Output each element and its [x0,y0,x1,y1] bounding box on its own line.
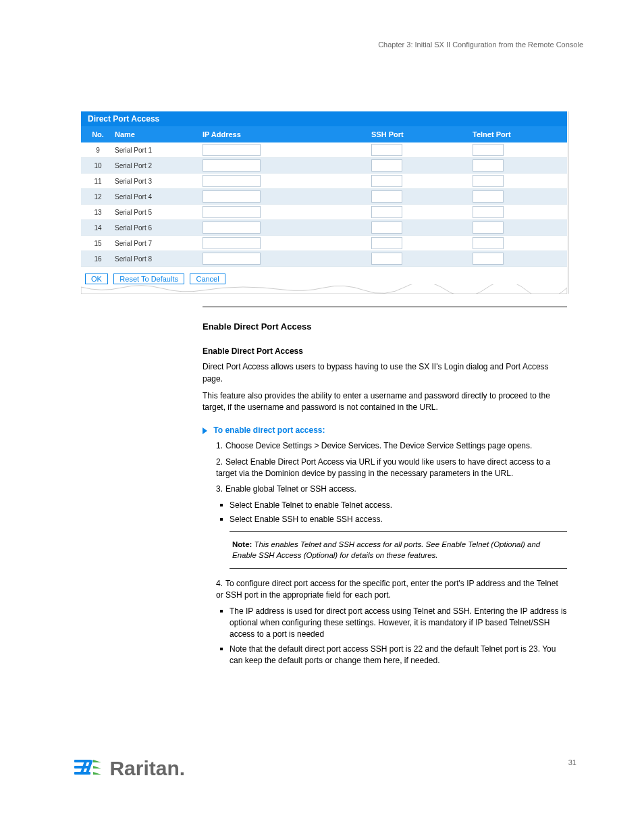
ssh-port-input[interactable] [371,253,402,265]
cell-ip [203,237,371,249]
ip-input[interactable] [203,144,261,156]
cell-no: 14 [81,224,115,232]
subsection-heading: Enable Direct Port Access [203,346,567,357]
telnet-port-input[interactable] [473,190,504,203]
cell-ip [203,190,371,203]
step-item: 3.Enable global Telnet or SSH access. [216,484,567,495]
paragraph: Direct Port Access allows users to bypas… [203,361,567,385]
table-body: 9Serial Port 110Serial Port 211Serial Po… [81,142,567,267]
paragraph: This feature also provides the ability t… [203,390,567,414]
ssh-port-input[interactable] [371,175,402,187]
cell-no: 9 [81,147,115,154]
cell-telnet [473,237,567,249]
table-row: 12Serial Port 4 [81,189,567,205]
page-chapter-header: Chapter 3: Initial SX II Configuration f… [203,41,583,49]
page-number: 31 [568,758,576,766]
ip-input[interactable] [203,159,261,172]
ssh-port-input[interactable] [371,206,402,218]
table-row: 13Serial Port 5 [81,205,567,220]
ip-input[interactable] [203,253,261,265]
header-telnet: Telnet Port [473,130,567,138]
cell-ip [203,159,371,172]
cell-ssh [371,237,473,249]
cell-ssh [371,221,473,234]
ssh-port-input[interactable] [371,221,402,234]
svg-marker-5 [93,760,101,762]
cell-name: Serial Port 5 [115,209,203,216]
cell-no: 16 [81,255,115,263]
telnet-port-input[interactable] [473,144,504,156]
telnet-port-input[interactable] [473,253,504,265]
ip-input[interactable] [203,221,261,234]
cancel-button[interactable]: Cancel [190,273,225,284]
cell-name: Serial Port 1 [115,147,203,154]
screenshot-panel: Direct Port Access No. Name IP Address S… [81,111,567,294]
step-item: 4.To configure direct port access for th… [216,578,567,602]
cell-no: 15 [81,240,115,247]
cell-telnet [473,206,567,218]
ip-input[interactable] [203,206,261,218]
torn-paper-edge [81,284,567,294]
cell-ssh [371,190,473,203]
telnet-port-input[interactable] [473,159,504,172]
table-row: 14Serial Port 6 [81,220,567,236]
telnet-port-input[interactable] [473,175,504,187]
cell-telnet [473,190,567,203]
cell-ssh [371,159,473,172]
cell-telnet [473,175,567,187]
telnet-port-input[interactable] [473,206,504,218]
ip-input[interactable] [203,190,261,203]
table-row: 9Serial Port 1 [81,142,567,158]
cell-ip [203,221,371,234]
ssh-port-input[interactable] [371,144,402,156]
svg-rect-0 [74,760,90,762]
arrow-icon [203,427,207,434]
cell-ssh [371,175,473,187]
header-no: No. [81,130,115,138]
note-label: Note: [232,540,252,548]
telnet-port-input[interactable] [473,237,504,249]
reset-button[interactable]: Reset To Defaults [113,273,184,284]
table-row: 15Serial Port 7 [81,236,567,251]
ssh-port-input[interactable] [371,237,402,249]
step-text: Choose Device Settings > Device Services… [225,441,532,450]
cell-ip [203,206,371,218]
step-text: To configure direct port access for the … [216,579,558,600]
ip-input[interactable] [203,237,261,249]
brand-wordmark: Raritan. [109,757,185,780]
cell-telnet [473,221,567,234]
cell-telnet [473,253,567,265]
list-item: Select Enable SSH to enable SSH access. [230,514,567,525]
procedure-heading-text: To enable direct port access: [213,425,325,435]
panel-title: Direct Port Access [81,111,567,126]
ssh-port-input[interactable] [371,190,402,203]
step-text: Select Enable Direct Port Access via URL… [216,457,550,478]
svg-marker-6 [93,766,101,768]
cell-ip [203,144,371,156]
cell-name: Serial Port 7 [115,240,203,247]
cell-no: 12 [81,193,115,201]
cell-no: 13 [81,209,115,216]
list-item: Select Enable Telnet to enable Telnet ac… [230,500,567,511]
section-heading: Enable Direct Port Access [203,321,567,334]
cell-name: Serial Port 6 [115,224,203,232]
ssh-port-input[interactable] [371,159,402,172]
cell-name: Serial Port 8 [115,255,203,263]
brand-icon [74,757,104,780]
telnet-port-input[interactable] [473,221,504,234]
cell-no: 11 [81,178,115,185]
ip-input[interactable] [203,175,261,187]
list-item: Note that the default direct port access… [230,644,567,667]
brand-logo: Raritan. [74,757,185,780]
step-text: Enable global Telnet or SSH access. [225,484,356,494]
header-ip: IP Address [203,130,371,138]
list-item: The IP address is used for direct port a… [230,606,567,641]
table-row: 16Serial Port 8 [81,251,567,267]
cell-name: Serial Port 2 [115,162,203,170]
svg-marker-7 [93,772,101,775]
panel-right-shadow [567,111,569,294]
header-name: Name [115,130,203,138]
ok-button[interactable]: OK [85,273,108,284]
cell-telnet [473,144,567,156]
cell-name: Serial Port 3 [115,178,203,185]
